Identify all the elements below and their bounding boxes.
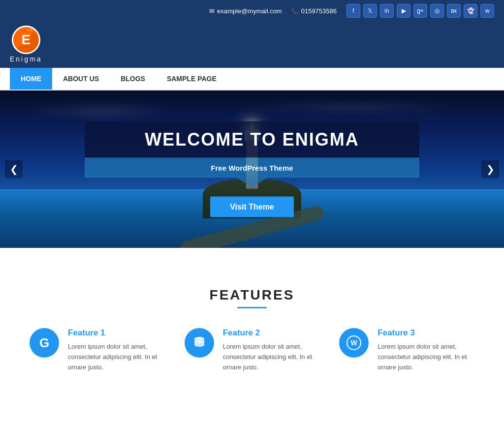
feature-1-icon: G (30, 328, 59, 358)
logo-decoration (27, 29, 35, 31)
site-name: Enigma (10, 55, 42, 63)
hero-title-box: WELCOME TO ENIGMA (85, 121, 419, 158)
svg-text:W: W (351, 339, 358, 347)
nav-sample[interactable]: SAMPLE PAGE (156, 68, 227, 90)
twitter-icon[interactable]: 𝕏 (363, 4, 377, 18)
feature-1-description: Lorem ipsum dolor sit amet, consectetur … (68, 342, 165, 372)
hero-content: WELCOME TO ENIGMA Free WordPress Theme V… (85, 121, 419, 217)
wave-divider (0, 248, 504, 268)
slider-next-button[interactable]: ❯ (481, 160, 499, 178)
email-address: example@mymail.com (217, 7, 282, 15)
email-icon: ✉ (209, 7, 215, 15)
logo[interactable]: E Enigma (10, 26, 42, 63)
logo-bar: E Enigma (0, 22, 504, 68)
feature-2-text: Feature 2 Lorem ipsum dolor sit amet, co… (223, 328, 320, 372)
features-grid: G Feature 1 Lorem ipsum dolor sit amet, … (30, 328, 474, 372)
instagram-icon[interactable]: ◎ (430, 4, 444, 18)
phone-number: 0159753586 (301, 7, 337, 15)
google-plus-icon[interactable]: g+ (413, 4, 427, 18)
feature-2: Feature 2 Lorem ipsum dolor sit amet, co… (185, 328, 320, 372)
nav-about[interactable]: ABOUT US (52, 68, 110, 90)
feature-1-icon-letter: G (39, 335, 49, 351)
linkedin-icon[interactable]: in (380, 4, 394, 18)
phone-icon: 📞 (291, 7, 299, 15)
features-underline (237, 307, 267, 308)
facebook-icon[interactable]: f (346, 4, 360, 18)
main-nav: HOME ABOUT US BLOGS SAMPLE PAGE (0, 68, 504, 90)
feature-3: W Feature 3 Lorem ipsum dolor sit amet, … (339, 328, 474, 372)
top-bar: ✉ example@mymail.com 📞 0159753586 f 𝕏 in… (0, 0, 504, 22)
feature-3-title: Feature 3 (378, 328, 474, 338)
contact-info: ✉ example@mymail.com 📞 0159753586 (209, 7, 337, 15)
feature-2-description: Lorem ipsum dolor sit amet, consectetur … (223, 342, 320, 372)
logo-letter: E (21, 32, 31, 48)
vk-icon[interactable]: вк (447, 4, 461, 18)
wordpress-icon: W (346, 335, 362, 351)
feature-1: G Feature 1 Lorem ipsum dolor sit amet, … (30, 328, 165, 372)
next-arrow-icon: ❯ (486, 163, 495, 175)
phone-contact: 📞 0159753586 (291, 7, 337, 15)
youtube-icon[interactable]: ▶ (397, 4, 410, 18)
email-contact: ✉ example@mymail.com (209, 7, 282, 15)
features-section: FEATURES G Feature 1 Lorem ipsum dolor s… (0, 268, 504, 402)
feature-3-text: Feature 3 Lorem ipsum dolor sit amet, co… (378, 328, 474, 372)
social-icons-group: f 𝕏 in ▶ g+ ◎ вк 👻 w (346, 4, 494, 18)
feature-1-text: Feature 1 Lorem ipsum dolor sit amet, co… (68, 328, 165, 372)
svg-point-0 (194, 337, 204, 341)
feature-3-icon: W (339, 328, 369, 358)
database-icon (192, 336, 206, 350)
feature-2-title: Feature 2 (223, 328, 320, 338)
hero-slider: ❮ ❯ WELCOME TO ENIGMA Free WordPress The… (0, 90, 504, 248)
hero-subtitle-box: Free WordPress Theme (85, 158, 419, 178)
feature-3-description: Lorem ipsum dolor sit amet, consectetur … (378, 342, 474, 372)
hero-subtitle: Free WordPress Theme (104, 164, 400, 172)
snapchat-icon[interactable]: 👻 (464, 4, 477, 18)
nav-blogs[interactable]: BLOGS (110, 68, 156, 90)
hero-title: WELCOME TO ENIGMA (104, 129, 400, 150)
feature-1-title: Feature 1 (68, 328, 165, 338)
features-title: FEATURES (30, 287, 474, 303)
slider-prev-button[interactable]: ❮ (5, 160, 23, 178)
nav-home[interactable]: HOME (10, 68, 52, 90)
visit-theme-button[interactable]: Visit Theme (210, 197, 294, 217)
logo-icon: E (12, 26, 40, 54)
feature-2-icon (185, 328, 214, 358)
prev-arrow-icon: ❮ (10, 163, 18, 175)
whatsapp-icon[interactable]: w (480, 4, 494, 18)
